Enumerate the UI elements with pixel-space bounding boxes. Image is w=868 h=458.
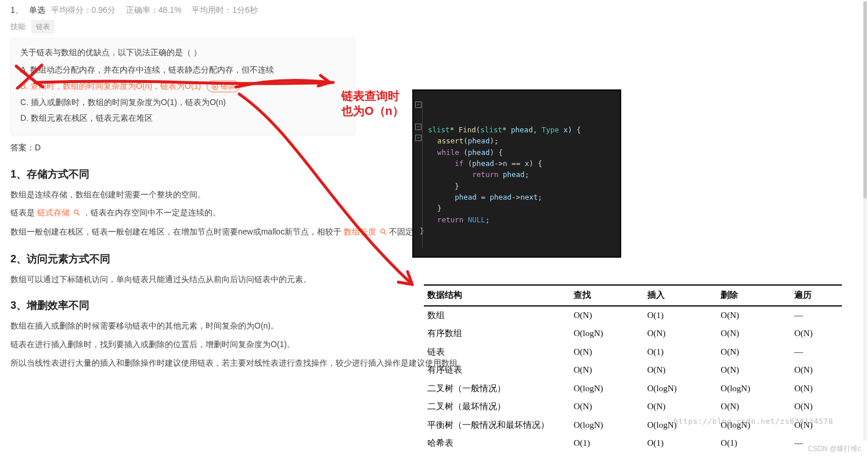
table-row: 数组O(N)O(1)O(N)— [424, 306, 842, 325]
table-cell: O(logN) [717, 380, 791, 398]
table-cell: O(N) [717, 361, 791, 380]
table-cell: O(logN) [644, 380, 718, 398]
th-traverse: 遍历 [791, 285, 842, 306]
scrollbar-thumb[interactable] [863, 1, 867, 199]
table-cell: 有序链表 [424, 361, 570, 380]
option-c[interactable]: C. 插入或删除时，数组的时间复杂度为O(1)，链表为O(n) [20, 96, 345, 110]
th-ds: 数据结构 [424, 285, 570, 306]
question-type: 单选 [29, 5, 45, 15]
table-row: 哈希表O(1)O(1)O(1)— [424, 434, 842, 453]
code-snippet: − − − slist* Find(slist* phead, Type x) … [412, 89, 621, 258]
s1-p2-a: 链表是 [10, 208, 37, 217]
search-icon[interactable] [380, 226, 387, 240]
table-cell: — [791, 343, 842, 362]
table-cell: 链表 [424, 343, 570, 362]
skill-row: 技能 链表 [10, 20, 858, 34]
table-cell: O(N) [717, 343, 791, 362]
code-fold-gutter: − − − [415, 102, 423, 248]
table-cell: 数组 [424, 306, 570, 325]
table-cell: O(N) [717, 398, 791, 416]
table-row: 链表O(N)O(1)O(N)— [424, 343, 842, 362]
table-cell: O(N) [570, 306, 644, 325]
skill-tag[interactable]: 链表 [31, 20, 55, 34]
table-row: 有序数组O(logN)O(N)O(N)O(N) [424, 324, 842, 343]
svg-point-1 [74, 210, 78, 214]
hand-drawn-underline-icon [34, 74, 336, 92]
table-cell: — [791, 306, 842, 325]
meta-avg-score: 平均得分：0.96分 [51, 5, 116, 15]
table-cell: O(1) [644, 434, 718, 453]
page-root: 1、 单选 平均得分：0.96分 正确率：48.1% 平均用时：1分6秒 技能 … [0, 0, 868, 458]
table-row: 二叉树（最坏情况）O(N)O(N)O(N)O(N) [424, 398, 842, 416]
link-chain-storage[interactable]: 链式存储 [37, 208, 70, 217]
table-cell: O(N) [570, 343, 644, 362]
table-row: 有序链表O(N)O(N)O(N)O(N) [424, 361, 842, 380]
table-cell: O(N) [791, 324, 842, 343]
table-cell: O(logN) [570, 324, 644, 343]
table-cell: O(N) [644, 324, 718, 343]
table-cell: O(logN) [570, 380, 644, 398]
hand-annotation-line1: 链表查询时 [341, 88, 404, 103]
meta-accuracy: 正确率：48.1% [126, 5, 182, 15]
table-cell: O(N) [717, 324, 791, 343]
table-cell: O(1) [644, 306, 718, 325]
option-d[interactable]: D. 数组元素在栈区，链表元素在堆区 [20, 111, 345, 125]
table-cell: 二叉树（最坏情况） [424, 398, 570, 416]
table-cell: O(1) [717, 434, 791, 453]
table-cell: O(N) [791, 380, 842, 398]
svg-point-3 [381, 229, 385, 233]
question-stem: 关于链表与数组的优缺点，以下说法正确的是（ ） [20, 46, 345, 60]
hand-annotation-line2: 也为O（n） [341, 103, 404, 118]
meta-avg-time: 平均用时：1分6秒 [192, 5, 258, 15]
table-cell: O(N) [791, 361, 842, 380]
search-icon[interactable] [73, 207, 80, 221]
table-cell: O(1) [570, 434, 644, 453]
table-cell: O(1) [644, 343, 718, 362]
table-cell: 有序数组 [424, 324, 570, 343]
table-cell: O(N) [644, 398, 718, 416]
table-row: 二叉树（一般情况）O(logN)O(logN)O(logN)O(N) [424, 380, 842, 398]
skill-label: 技能 [10, 22, 26, 31]
table-cell: 平衡树（一般情况和最坏情况） [424, 416, 570, 435]
th-delete: 删除 [717, 285, 791, 306]
table-cell: O(logN) [570, 416, 644, 435]
table-cell: O(N) [570, 361, 644, 380]
s1-p3-a: 数组一般创建在栈区，链表一般创建在堆区，在增加节点时需要new或malloc新节… [10, 227, 344, 236]
table-cell: 二叉树（一般情况） [424, 380, 570, 398]
hand-annotation: 链表查询时 也为O（n） [341, 88, 404, 118]
table-cell: O(N) [644, 361, 718, 380]
link-array-length[interactable]: 数组长度 [344, 227, 376, 236]
th-insert: 插入 [644, 285, 718, 306]
fold-minus-icon[interactable]: − [415, 124, 422, 130]
table-cell: O(N) [791, 398, 842, 416]
svg-line-2 [77, 214, 79, 215]
table-cell: 哈希表 [424, 434, 570, 453]
watermark-url: https://blog.csdn.net/zs634134578 [673, 415, 833, 428]
table-cell: O(N) [717, 306, 791, 325]
question-meta: 1、 单选 平均得分：0.96分 正确率：48.1% 平均用时：1分6秒 [10, 3, 858, 17]
watermark-csdn: CSDN @爆打维c [808, 443, 861, 455]
svg-line-4 [384, 233, 386, 235]
s1-p2-b: ，链表在内存空间中不一定是连续的。 [82, 208, 221, 217]
fold-minus-icon[interactable]: − [415, 102, 422, 108]
question-index: 1、 [10, 5, 23, 15]
fold-minus-icon[interactable]: − [415, 135, 422, 141]
th-find: 查找 [570, 285, 644, 306]
table-cell: O(N) [570, 398, 644, 416]
table-header-row: 数据结构 查找 插入 删除 遍历 [424, 285, 842, 306]
